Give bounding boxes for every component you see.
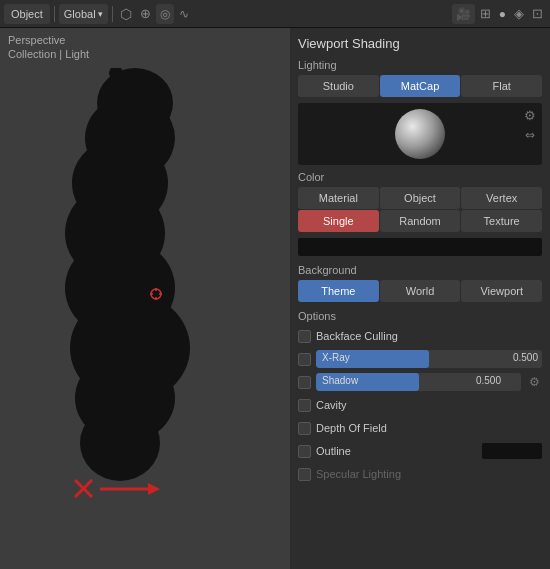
viewport-collection: Collection | Light — [8, 48, 89, 60]
svg-marker-18 — [148, 483, 160, 495]
outline-row: Outline — [298, 441, 542, 461]
curve-button[interactable]: ∿ — [176, 7, 192, 21]
shadow-gear-btn[interactable]: ⚙ — [526, 374, 542, 390]
extra-icon-btn[interactable]: ⊡ — [529, 6, 546, 21]
matcap-btn[interactable]: MatCap — [380, 75, 461, 97]
gear-icon: ⚙ — [524, 108, 536, 123]
specular-checkbox[interactable] — [298, 468, 311, 481]
shadow-gear-icon: ⚙ — [529, 375, 540, 389]
world-btn[interactable]: World — [380, 280, 461, 302]
xray-slider-value: 0.500 — [513, 352, 538, 363]
flat-btn[interactable]: Flat — [461, 75, 542, 97]
arrows-icon-btn[interactable]: ⇔ — [521, 126, 539, 144]
vis-button[interactable]: ◎ — [156, 4, 174, 24]
dof-row: Depth Of Field — [298, 418, 542, 438]
viewport[interactable]: Perspective Collection | Light — [0, 28, 290, 569]
cavity-row: Cavity — [298, 395, 542, 415]
viewport-btn[interactable]: Viewport — [461, 280, 542, 302]
background-buttons: Theme World Viewport — [298, 280, 542, 302]
texture-btn[interactable]: Texture — [461, 210, 542, 232]
xray-checkbox[interactable] — [298, 353, 311, 366]
color-row2: Single Random Texture — [298, 210, 542, 232]
shadow-checkbox[interactable] — [298, 376, 311, 389]
panel-title: Viewport Shading — [298, 36, 542, 51]
specular-label: Specular Lighting — [316, 468, 401, 480]
global-label: Global — [64, 8, 96, 20]
shadow-slider-container[interactable]: Shadow 0.500 — [316, 373, 521, 391]
scene-object — [20, 68, 250, 518]
cavity-checkbox[interactable] — [298, 399, 311, 412]
backface-label: Backface Culling — [316, 330, 398, 342]
global-button[interactable]: Global ▾ — [59, 4, 108, 24]
arrows-icon: ⇔ — [525, 128, 535, 142]
studio-btn[interactable]: Studio — [298, 75, 379, 97]
cavity-label: Cavity — [316, 399, 347, 411]
dropdown-icon: ▾ — [98, 9, 103, 19]
backface-checkbox[interactable] — [298, 330, 311, 343]
backface-culling-row: Backface Culling — [298, 326, 542, 346]
color-preview-bar — [298, 238, 542, 256]
outline-checkbox[interactable] — [298, 445, 311, 458]
link-button[interactable]: ⬡ — [117, 6, 135, 22]
arrow-annotation — [70, 475, 170, 517]
more-icons-btn[interactable]: ◈ — [511, 6, 527, 21]
specular-row: Specular Lighting — [298, 464, 542, 484]
panel-side-icons: ⚙ ⇔ — [521, 106, 539, 144]
matcap-sphere[interactable] — [395, 109, 445, 159]
options-label: Options — [298, 310, 542, 322]
shadow-slider-value: 0.500 — [476, 375, 501, 386]
outline-label: Outline — [316, 445, 477, 457]
color-row1: Material Object Vertex — [298, 187, 542, 209]
material-btn[interactable]: Material — [298, 187, 379, 209]
object-btn[interactable]: Object — [380, 187, 461, 209]
viewport-perspective: Perspective — [8, 34, 65, 46]
random-btn[interactable]: Random — [380, 210, 461, 232]
matcap-preview-area: ⚙ ⇔ — [298, 103, 542, 165]
xray-slider-name: X-Ray — [322, 352, 350, 363]
xray-row: X-Ray 0.500 — [298, 349, 542, 369]
lighting-label: Lighting — [298, 59, 542, 71]
outline-color-box[interactable] — [482, 443, 542, 459]
dof-checkbox[interactable] — [298, 422, 311, 435]
single-btn[interactable]: Single — [298, 210, 379, 232]
snap-button[interactable]: ⊕ — [137, 6, 154, 21]
shadow-slider-name: Shadow — [322, 375, 358, 386]
toolbar-divider2 — [112, 6, 113, 22]
sphere-icon-btn[interactable]: ● — [496, 7, 509, 21]
svg-point-9 — [80, 405, 160, 481]
object-button[interactable]: Object — [4, 4, 50, 24]
vertex-btn[interactable]: Vertex — [461, 187, 542, 209]
toolbar-divider — [54, 6, 55, 22]
side-panel: Viewport Shading Lighting Studio MatCap … — [290, 28, 550, 569]
dof-label: Depth Of Field — [316, 422, 387, 434]
lighting-buttons: Studio MatCap Flat — [298, 75, 542, 97]
crosshair — [148, 286, 164, 305]
theme-btn[interactable]: Theme — [298, 280, 379, 302]
xray-slider-container[interactable]: X-Ray 0.500 — [316, 350, 542, 368]
toolbar: Object Global ▾ ⬡ ⊕ ◎ ∿ 🎥 ⊞ ● ◈ ⊡ — [0, 0, 550, 28]
gear-icon-btn[interactable]: ⚙ — [521, 106, 539, 124]
color-label: Color — [298, 171, 542, 183]
shadow-row: Shadow 0.500 ⚙ — [298, 372, 542, 392]
transform-icon-btn[interactable]: ⊞ — [477, 6, 494, 21]
camera-icon-btn[interactable]: 🎥 — [452, 4, 475, 24]
background-label: Background — [298, 264, 542, 276]
